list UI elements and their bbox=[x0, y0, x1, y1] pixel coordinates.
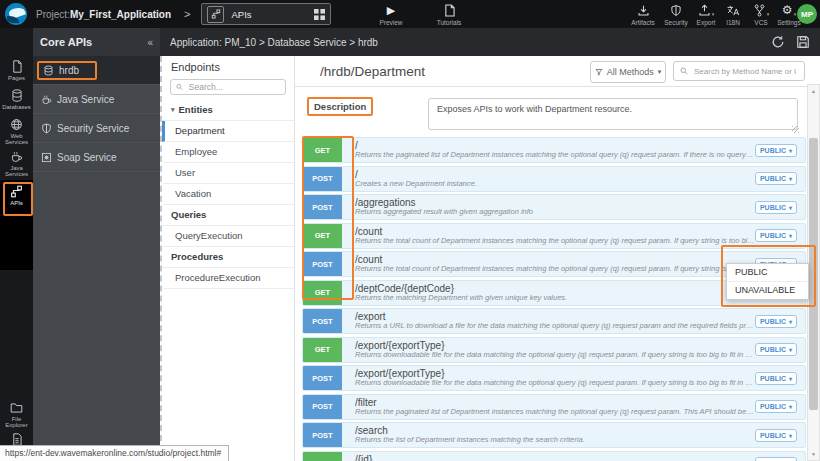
api-endpoint-row[interactable]: POST /export/{exportType} Returns downlo… bbox=[302, 365, 806, 391]
section-entities[interactable]: ▾ Entities bbox=[162, 100, 294, 121]
breadcrumb: Application: PM_10 > Database Service > … bbox=[170, 37, 771, 48]
access-dropdown-button[interactable]: PUBLIC▾ bbox=[755, 201, 797, 214]
caret-down-icon: ▾ bbox=[712, 11, 715, 17]
caret-down-icon: ▾ bbox=[789, 375, 792, 382]
access-dropdown-button[interactable]: PUBLIC▾ bbox=[755, 229, 797, 242]
caret-down-icon: ▾ bbox=[794, 11, 797, 17]
caret-down-icon: ▾ bbox=[789, 346, 792, 353]
method-search-input[interactable] bbox=[692, 66, 798, 77]
method-badge: POST bbox=[303, 167, 342, 191]
sidebar-item-apis[interactable]: APIs bbox=[0, 185, 33, 206]
endpoint-item-user[interactable]: User bbox=[162, 163, 294, 184]
api-endpoint-row[interactable]: GET /export/{exportType} Returns downloa… bbox=[302, 337, 806, 363]
method-badge: POST bbox=[303, 252, 342, 276]
method-badge: POST bbox=[303, 195, 342, 219]
service-item-hrdb[interactable]: hrdb bbox=[33, 56, 160, 85]
caret-down-icon: ▾ bbox=[789, 204, 792, 211]
sidebar-item-web-services[interactable]: Web Services bbox=[0, 118, 33, 146]
endpoint-item-procedureexecution[interactable]: ProcedureExecution bbox=[162, 268, 294, 289]
method-search[interactable] bbox=[673, 61, 805, 81]
caret-down-icon: ▾ bbox=[789, 403, 792, 410]
endpoint-path: /count bbox=[355, 254, 755, 265]
endpoint-description: Returns the list of Department instances… bbox=[355, 436, 755, 444]
globe-icon bbox=[0, 118, 33, 131]
endpoint-path: / bbox=[355, 140, 755, 151]
service-item-security-service[interactable]: Security Service bbox=[33, 114, 160, 143]
dropdown-option-public[interactable]: PUBLIC bbox=[727, 264, 808, 281]
service-label: hrdb bbox=[59, 65, 79, 76]
scroll-down-icon[interactable]: ▼ bbox=[808, 448, 819, 460]
sidebar-item-databases[interactable]: Databases bbox=[0, 89, 33, 110]
endpoints-search-input[interactable] bbox=[187, 81, 280, 93]
download-icon bbox=[626, 4, 660, 17]
database-icon bbox=[0, 89, 33, 102]
security-label: Security bbox=[659, 19, 693, 26]
page-icon bbox=[0, 60, 33, 73]
endpoint-description: Returns aggregated result with given agg… bbox=[355, 208, 755, 216]
service-item-java-service[interactable]: Java Service bbox=[33, 85, 160, 114]
api-endpoint-row[interactable]: POST /aggregations Returns aggregated re… bbox=[302, 194, 806, 220]
resize-handle-icon[interactable] bbox=[792, 126, 799, 133]
tab-apis[interactable]: APIs bbox=[201, 3, 331, 25]
service-label: Soap Service bbox=[57, 152, 116, 163]
security-button[interactable]: Security bbox=[659, 4, 693, 26]
api-endpoint-row[interactable]: POST /export Returns a URL to download a… bbox=[302, 308, 806, 334]
section-queries[interactable]: Queries bbox=[162, 205, 294, 226]
collapse-panel-icon[interactable]: « bbox=[147, 37, 153, 48]
preview-button[interactable]: ▶ Preview bbox=[374, 4, 408, 26]
api-endpoint-row[interactable]: POST / Creates a new Department instance… bbox=[302, 166, 806, 192]
save-icon[interactable] bbox=[796, 35, 810, 49]
dropdown-option-unavailable[interactable]: UNAVAILABLE bbox=[727, 281, 808, 299]
access-dropdown-button[interactable]: PUBLIC▾ bbox=[755, 315, 797, 328]
refresh-icon[interactable] bbox=[771, 35, 785, 49]
api-endpoint-row[interactable]: GET /count Returns the total count of De… bbox=[302, 223, 806, 249]
coffee-icon bbox=[41, 94, 52, 105]
sidebar-item-pages[interactable]: Pages bbox=[0, 60, 33, 81]
sidebar-item-file-explorer[interactable]: File Explorer bbox=[0, 402, 33, 429]
access-dropdown-button[interactable]: PUBLIC▾ bbox=[755, 457, 797, 461]
tutorials-button[interactable]: Tutorials bbox=[432, 4, 466, 26]
caret-down-icon: ▾ bbox=[789, 318, 792, 325]
scroll-up-icon[interactable]: ▲ bbox=[808, 85, 819, 97]
all-methods-filter-button[interactable]: All Methods ▾ bbox=[590, 61, 666, 83]
description-label: Description bbox=[307, 97, 373, 116]
endpoint-path: /export/{exportType} bbox=[355, 368, 755, 379]
endpoint-item-vacation[interactable]: Vacation bbox=[162, 184, 294, 205]
grid-icon[interactable] bbox=[314, 9, 325, 20]
endpoint-item-employee[interactable]: Employee bbox=[162, 142, 294, 163]
service-item-soap-service[interactable]: Soap Service bbox=[33, 143, 160, 172]
endpoint-description: Returns the total count of Department in… bbox=[355, 237, 755, 245]
sidebar-item-java-services[interactable]: Java Services bbox=[0, 150, 33, 178]
access-dropdown-button[interactable]: PUBLIC▾ bbox=[755, 144, 797, 157]
api-endpoint-row[interactable]: POST /search Returns the list of Departm… bbox=[302, 422, 806, 448]
api-endpoint-row[interactable]: GET / Returns the paginated list of Depa… bbox=[302, 137, 806, 163]
access-dropdown-menu: PUBLIC UNAVAILABLE bbox=[726, 263, 809, 300]
access-dropdown-button[interactable]: PUBLIC▾ bbox=[755, 172, 797, 185]
database-icon bbox=[43, 65, 54, 76]
endpoints-search[interactable] bbox=[170, 79, 286, 95]
scrollbar-thumb[interactable] bbox=[809, 138, 818, 410]
artifacts-button[interactable]: Artifacts bbox=[626, 4, 660, 26]
caret-down-icon: ▾ bbox=[767, 11, 770, 17]
api-endpoint-row[interactable]: GET /{id} Returns the Department instanc… bbox=[302, 451, 806, 461]
tab-label: APIs bbox=[231, 9, 307, 20]
main-content: /hrdb/Department All Methods ▾ Descripti… bbox=[295, 56, 820, 461]
access-dropdown-button[interactable]: PUBLIC▾ bbox=[755, 343, 797, 356]
endpoint-description: Returns the matching Department with giv… bbox=[355, 294, 755, 302]
access-dropdown-button[interactable]: PUBLIC▾ bbox=[755, 429, 797, 442]
api-endpoint-row[interactable]: POST /filter Returns the paginated list … bbox=[302, 394, 806, 420]
access-dropdown-button[interactable]: PUBLIC▾ bbox=[755, 372, 797, 385]
user-avatar[interactable]: MP bbox=[797, 4, 817, 24]
caret-down-icon: ▾ bbox=[789, 232, 792, 239]
wavemaker-logo-icon[interactable] bbox=[5, 3, 27, 25]
endpoint-item-department[interactable]: Department bbox=[162, 121, 294, 142]
description-textarea[interactable]: Exposes APIs to work with Department res… bbox=[428, 98, 798, 130]
endpoint-description: Returns the total count of Department in… bbox=[355, 265, 755, 273]
coffee-icon bbox=[0, 150, 33, 163]
method-badge: POST bbox=[303, 309, 342, 333]
endpoints-title: Endpoints bbox=[162, 56, 294, 76]
tutorials-label: Tutorials bbox=[432, 19, 466, 26]
endpoint-item-queryexecution[interactable]: QueryExecution bbox=[162, 226, 294, 247]
access-dropdown-button[interactable]: PUBLIC▾ bbox=[755, 400, 797, 413]
section-procedures[interactable]: Procedures bbox=[162, 247, 294, 268]
